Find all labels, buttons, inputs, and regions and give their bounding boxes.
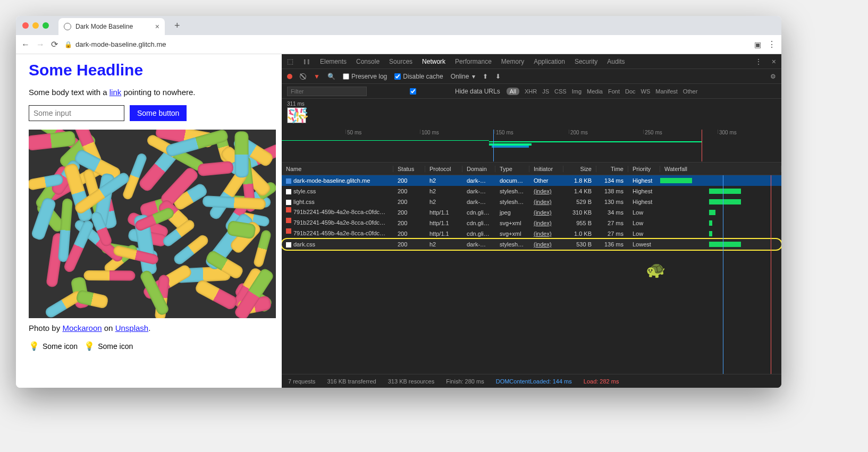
filter-type-font[interactable]: Font (608, 88, 620, 95)
new-tab-button[interactable]: + (174, 20, 180, 31)
chevron-down-icon: ▾ (472, 73, 475, 80)
filter-type-img[interactable]: Img (572, 88, 582, 95)
close-tab-button[interactable]: × (155, 22, 159, 31)
network-row[interactable]: style.css200h2dark-mo…stylesheet(index)1… (282, 186, 781, 197)
record-button[interactable] (287, 74, 292, 79)
credit-author-link[interactable]: Mockaroon (62, 323, 102, 332)
network-table-header: Name Status Protocol Domain Type Initiat… (282, 163, 781, 175)
settings-icon[interactable]: ⚙ (770, 73, 776, 80)
filter-type-manifest[interactable]: Manifest (655, 88, 678, 95)
device-icon[interactable]: ⫿⫿ (303, 57, 310, 65)
filter-toggle-icon[interactable]: ▼ (314, 73, 320, 80)
col-domain[interactable]: Domain (462, 166, 495, 172)
filter-type-ws[interactable]: WS (641, 88, 651, 95)
page-headline: Some Headline (29, 61, 269, 79)
some-button[interactable]: Some button (130, 105, 187, 121)
download-icon[interactable]: ⬇ (495, 73, 501, 80)
minimize-window-button[interactable] (32, 22, 39, 29)
throttle-select[interactable]: Online▾ (451, 73, 476, 80)
col-status[interactable]: Status (393, 166, 425, 172)
network-table-body: dark-mode-baseline.glitch.me200h2dark-mo… (282, 175, 781, 374)
window-controls (22, 22, 49, 29)
devtools-tab-performance[interactable]: Performance (455, 58, 492, 65)
tab-title: Dark Mode Baseline (75, 23, 133, 30)
network-row[interactable]: 791b2241-459b-4a2e-8cca-c0fdc2…200http/1… (282, 228, 781, 239)
devtools-tab-security[interactable]: Security (575, 58, 597, 65)
timeline-tick: 200 ms (569, 130, 588, 134)
hero-image (29, 130, 276, 318)
some-input[interactable] (29, 105, 124, 121)
timeline-tick: 250 ms (643, 130, 662, 134)
col-protocol[interactable]: Protocol (425, 166, 462, 172)
col-waterfall[interactable]: Waterfall (660, 166, 781, 172)
network-overview[interactable]: 311 ms 50 ms100 ms150 ms200 ms250 ms300 … (282, 99, 781, 163)
network-row[interactable]: light.css200h2dark-mo…stylesheet(index)5… (282, 197, 781, 207)
disable-cache-checkbox[interactable]: Disable cache (394, 73, 443, 80)
network-toolbar: ▼ 🔍 Preserve log Disable cache Online▾ ⬆… (282, 69, 781, 84)
icons-row: 💡 Some icon 💡 Some icon (29, 341, 269, 351)
devtools-tab-network[interactable]: Network (422, 58, 445, 65)
url-display[interactable]: 🔒 dark-mode-baseline.glitch.me (64, 40, 748, 48)
filter-type-other[interactable]: Other (683, 88, 698, 95)
clear-button[interactable] (300, 73, 306, 80)
devtools-tab-elements[interactable]: Elements (320, 58, 347, 65)
close-window-button[interactable] (22, 22, 29, 29)
content-area: Some Headline Some body text with a link… (16, 54, 781, 388)
status-bar: 7 requests 316 KB transferred 313 KB res… (282, 374, 781, 388)
network-row[interactable]: 791b2241-459b-4a2e-8cca-c0fdc2…200http/1… (282, 207, 781, 218)
status-transferred: 316 KB transferred (327, 378, 376, 385)
status-requests: 7 requests (288, 378, 315, 385)
photo-credit: Photo by Mockaroon on Unsplash. (29, 323, 269, 332)
filter-type-doc[interactable]: Doc (625, 88, 636, 95)
credit-site-link[interactable]: Unsplash (115, 323, 149, 332)
network-row[interactable]: dark.css200h2dark-mo…stylesheet(index)53… (282, 239, 781, 250)
maximize-window-button[interactable] (43, 22, 49, 29)
network-row[interactable]: dark-mode-baseline.glitch.me200h2dark-mo… (282, 175, 781, 186)
globe-icon (64, 23, 71, 30)
forward-button[interactable]: → (36, 40, 45, 49)
hide-data-urls-checkbox[interactable]: Hide data URLs (373, 88, 500, 95)
filter-type-all[interactable]: All (507, 88, 519, 95)
devtools-tab-sources[interactable]: Sources (389, 58, 412, 65)
timeline-tick: 50 ms (345, 130, 361, 134)
timeline-tick: 100 ms (420, 130, 439, 134)
icon-label-1: Some icon (43, 342, 78, 351)
back-button[interactable]: ← (21, 40, 30, 49)
preserve-log-checkbox[interactable]: Preserve log (343, 73, 387, 80)
browser-menu-button[interactable]: ⋮ (768, 39, 776, 49)
screenshot-thumbnail (287, 107, 306, 123)
devtools-tab-console[interactable]: Console (356, 58, 380, 65)
bulb-icon: 💡 (84, 341, 95, 351)
filter-type-media[interactable]: Media (587, 88, 603, 95)
devtools-menu-button[interactable]: ⋮ (755, 57, 762, 66)
inspect-icon[interactable]: ⬚ (287, 57, 293, 65)
filter-type-css[interactable]: CSS (554, 88, 567, 95)
filter-bar: Hide data URLs AllXHRJSCSSImgMediaFontDo… (282, 84, 781, 99)
network-row[interactable]: 791b2241-459b-4a2e-8cca-c0fdc2…200http/1… (282, 218, 781, 228)
bulb-icon: 💡 (29, 341, 39, 351)
body-link[interactable]: link (109, 88, 122, 97)
turtle-emoji: 🐢 (646, 260, 665, 279)
filter-type-xhr[interactable]: XHR (525, 88, 537, 95)
filter-input[interactable] (287, 87, 367, 96)
url-text: dark-mode-baseline.glitch.me (75, 40, 166, 48)
devtools-tab-audits[interactable]: Audits (607, 58, 625, 65)
reload-button[interactable]: ⟳ (51, 39, 58, 49)
col-initiator[interactable]: Initiator (529, 166, 563, 172)
filter-type-js[interactable]: JS (542, 88, 549, 95)
extensions-icon[interactable]: ▣ (754, 40, 761, 49)
search-icon[interactable]: 🔍 (327, 73, 335, 80)
devtools-tab-memory[interactable]: Memory (501, 58, 524, 65)
devtools-close-button[interactable]: × (772, 57, 776, 66)
browser-tab[interactable]: Dark Mode Baseline × (58, 18, 165, 35)
status-dcl: DOMContentLoaded: 144 ms (496, 378, 572, 385)
upload-icon[interactable]: ⬆ (483, 73, 488, 80)
col-name[interactable]: Name (282, 166, 393, 172)
col-priority[interactable]: Priority (628, 166, 660, 172)
timeline-tick: 300 ms (718, 130, 737, 134)
col-type[interactable]: Type (495, 166, 529, 172)
devtools-tab-application[interactable]: Application (534, 58, 565, 65)
icon-label-2: Some icon (98, 342, 133, 351)
col-time[interactable]: Time (596, 166, 628, 172)
col-size[interactable]: Size (563, 166, 596, 172)
